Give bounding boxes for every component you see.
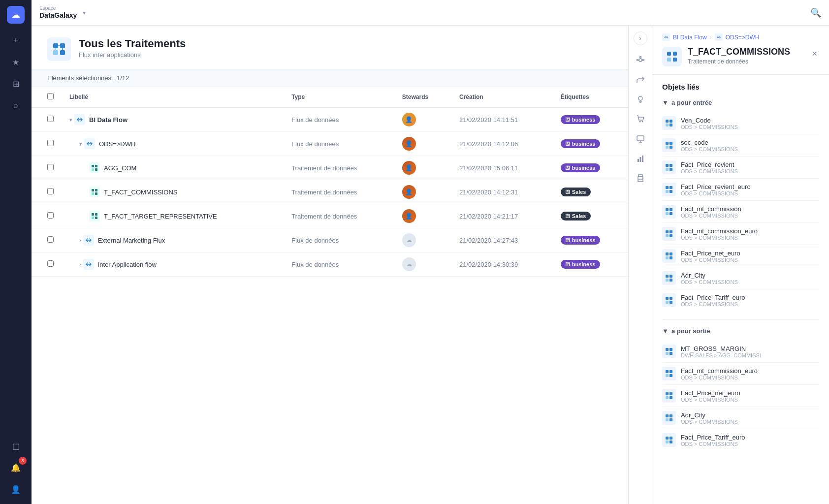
traitements-icon bbox=[52, 42, 66, 56]
right-sidebar-icons: › bbox=[628, 26, 652, 504]
section-entree-title[interactable]: ▼ a pour entrée bbox=[662, 99, 819, 106]
svg-rect-90 bbox=[666, 414, 669, 417]
linked-item-icon bbox=[662, 271, 676, 285]
svg-rect-42 bbox=[666, 120, 669, 123]
row-expand-toggle[interactable]: ▾ bbox=[69, 117, 72, 123]
linked-item[interactable]: Fact_Price_Tariff_euro ODS > COMMISSIONS bbox=[662, 289, 819, 311]
row-checkbox[interactable] bbox=[47, 188, 54, 194]
table-row[interactable]: AGG_COMTraitement de données👤21/02/2020 … bbox=[32, 156, 628, 180]
breadcrumb-item-1[interactable]: BI Data Flow bbox=[673, 34, 707, 41]
checkbox-header[interactable] bbox=[32, 87, 62, 107]
tag-badge[interactable]: ⚿business bbox=[561, 139, 601, 148]
table-row[interactable]: T_FACT_COMMISSIONSTraitement de données👤… bbox=[32, 180, 628, 204]
sidebar-item-favorites[interactable]: ★ bbox=[7, 53, 25, 71]
search-button[interactable]: 🔍 bbox=[810, 7, 821, 18]
row-label: T_FACT_COMMISSIONS bbox=[104, 189, 178, 196]
rs-chart-icon[interactable] bbox=[632, 150, 649, 167]
svg-rect-85 bbox=[670, 374, 672, 377]
rs-share-icon[interactable] bbox=[632, 71, 649, 89]
type-header[interactable]: Type bbox=[284, 87, 394, 107]
linked-item-icon bbox=[662, 160, 676, 174]
linked-item[interactable]: Fact_mt_commission_euro ODS > COMMISSION… bbox=[662, 363, 819, 385]
linked-item[interactable]: Fact_Price_revient_euro ODS > COMMISSION… bbox=[662, 179, 819, 201]
sidebar-item-search[interactable]: ⌕ bbox=[7, 96, 25, 114]
close-detail-button[interactable]: × bbox=[810, 47, 819, 61]
linked-item[interactable]: Ven_Code ODS > COMMISSIONS bbox=[662, 112, 819, 134]
row-expand-toggle[interactable]: ▾ bbox=[79, 141, 82, 147]
tag-badge[interactable]: ⚿Sales bbox=[561, 212, 591, 220]
row-tags[interactable]: ⚿business bbox=[553, 132, 628, 156]
section-sortie-title[interactable]: ▼ a pour sortie bbox=[662, 327, 819, 335]
sidebar-item-notifications[interactable]: 🔔 3 bbox=[7, 459, 25, 476]
rs-cart-icon[interactable] bbox=[632, 110, 649, 128]
tag-badge[interactable]: ⚿business bbox=[561, 163, 601, 172]
row-tags[interactable]: ⚿business bbox=[553, 228, 628, 252]
rs-graph-icon[interactable] bbox=[632, 51, 649, 69]
rs-monitor-icon[interactable] bbox=[632, 130, 649, 148]
traitement-icon bbox=[89, 187, 100, 197]
svg-rect-41 bbox=[673, 58, 677, 62]
table-row[interactable]: ›Inter Application flowFlux de données☁2… bbox=[32, 252, 628, 277]
etiquettes-header[interactable]: Étiquettes bbox=[553, 87, 628, 107]
svg-rect-71 bbox=[670, 275, 672, 278]
linked-item[interactable]: Fact_Price_net_euro ODS > COMMISSIONS bbox=[662, 245, 819, 267]
libelle-header[interactable]: Libellé bbox=[62, 87, 284, 107]
space-selector[interactable]: Espace DataGalaxy bbox=[39, 5, 77, 20]
svg-rect-97 bbox=[670, 441, 672, 443]
sidebar-item-user[interactable]: 👤 bbox=[7, 480, 25, 498]
linked-item[interactable]: Fact_Price_revient ODS > COMMISSIONS bbox=[662, 157, 819, 179]
traitement-icon bbox=[89, 211, 100, 221]
row-tags[interactable]: ⚿business bbox=[553, 156, 628, 180]
table-row[interactable]: ›External Marketing FluxFlux de données☁… bbox=[32, 228, 628, 252]
row-checkbox[interactable] bbox=[47, 140, 54, 146]
creation-header[interactable]: Création bbox=[451, 87, 553, 107]
tag-badge[interactable]: ⚿business bbox=[561, 236, 601, 245]
linked-item[interactable]: Fact_mt_commission ODS > COMMISSIONS bbox=[662, 201, 819, 223]
breadcrumb-item-2[interactable]: ODS=>DWH bbox=[726, 34, 760, 41]
rs-print-icon[interactable] bbox=[632, 169, 649, 187]
linked-item[interactable]: MT_GROSS_MARGIN DWH SALES > AGG_COMMISSI bbox=[662, 341, 819, 363]
sidebar-item-package[interactable]: ◫ bbox=[7, 437, 25, 455]
svg-rect-35 bbox=[638, 179, 643, 182]
stewards-header[interactable]: Stewards bbox=[394, 87, 451, 107]
sidebar-item-add[interactable]: + bbox=[7, 32, 25, 49]
linked-item[interactable]: Fact_Price_net_euro ODS > COMMISSIONS bbox=[662, 385, 819, 407]
row-tags[interactable]: ⚿Sales bbox=[553, 204, 628, 228]
row-tags[interactable]: ⚿business bbox=[553, 107, 628, 132]
linked-item[interactable]: Fact_mt_commission_euro ODS > COMMISSION… bbox=[662, 223, 819, 245]
svg-rect-34 bbox=[642, 156, 643, 162]
tag-badge[interactable]: ⚿business bbox=[561, 115, 601, 124]
row-checkbox[interactable] bbox=[47, 260, 54, 267]
row-checkbox[interactable] bbox=[47, 212, 54, 219]
tag-badge[interactable]: ⚿business bbox=[561, 260, 601, 269]
row-creation: 21/02/2020 14:12:06 bbox=[451, 132, 553, 156]
table-row[interactable]: ▾ODS=>DWHFlux de données👤21/02/2020 14:1… bbox=[32, 132, 628, 156]
select-all-checkbox[interactable] bbox=[47, 93, 54, 99]
space-chevron-icon[interactable]: ▾ bbox=[83, 9, 86, 16]
row-expand-toggle[interactable]: › bbox=[79, 261, 81, 267]
linked-item[interactable]: soc_code ODS > COMMISSIONS bbox=[662, 134, 819, 157]
tag-badge[interactable]: ⚿Sales bbox=[561, 188, 591, 196]
linked-item-name: Fact_Price_net_euro bbox=[681, 389, 740, 397]
sidebar-item-dashboard[interactable]: ⊞ bbox=[7, 75, 25, 93]
linked-item[interactable]: Adr_City ODS > COMMISSIONS bbox=[662, 407, 819, 429]
row-checkbox[interactable] bbox=[47, 164, 54, 170]
row-tags[interactable]: ⚿Sales bbox=[553, 180, 628, 204]
sortie-items: MT_GROSS_MARGIN DWH SALES > AGG_COMMISSI… bbox=[662, 341, 819, 451]
row-steward: 👤 bbox=[394, 204, 451, 228]
svg-rect-69 bbox=[670, 256, 672, 259]
linked-item[interactable]: Adr_City ODS > COMMISSIONS bbox=[662, 267, 819, 289]
row-checkbox[interactable] bbox=[47, 116, 54, 122]
app-logo[interactable]: ☁ bbox=[7, 6, 25, 24]
row-tags[interactable]: ⚿business bbox=[553, 252, 628, 277]
linked-item-text: Fact_Price_revient_euro ODS > COMMISSION… bbox=[681, 183, 751, 196]
topbar: Espace DataGalaxy ▾ 🔍 bbox=[32, 0, 829, 26]
row-expand-toggle[interactable]: › bbox=[79, 237, 81, 243]
table-row[interactable]: ▾BI Data FlowFlux de données👤21/02/2020 … bbox=[32, 107, 628, 132]
table-row[interactable]: T_FACT_TARGET_REPRESENTATIVETraitement d… bbox=[32, 204, 628, 228]
collapse-panel-button[interactable]: › bbox=[634, 32, 647, 45]
linked-item[interactable]: Fact_Price_Tariff_euro ODS > COMMISSIONS bbox=[662, 429, 819, 451]
row-checkbox[interactable] bbox=[47, 236, 54, 243]
rs-bulb-icon[interactable] bbox=[632, 91, 649, 108]
detail-title: T_FACT_COMMISSIONS bbox=[688, 47, 790, 57]
